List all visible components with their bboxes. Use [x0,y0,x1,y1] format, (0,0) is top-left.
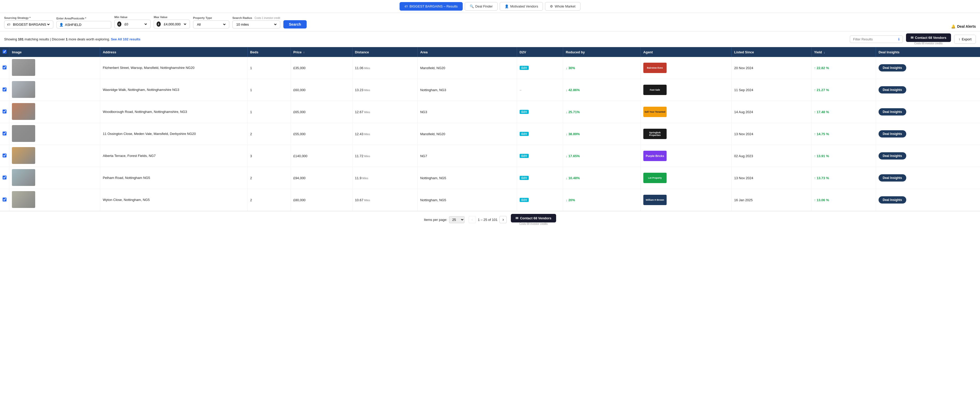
search-radius-dropdown[interactable]: 10 miles [235,22,277,27]
row-deal-insights[interactable]: Deal Insights [876,57,980,79]
contact-vendors-container: ✉ Contact 68 Vendors Costs 68 investor c… [906,34,951,45]
row-address: Alberta Terrace, Forest Fields, NG7 [100,145,247,167]
property-type-dropdown[interactable]: All [196,22,226,27]
deal-insights-button[interactable]: Deal Insights [878,174,906,182]
pagination-contact-vendors-button[interactable]: ✉ Contact 68 Vendors [511,214,556,222]
table-row: Wasnidge Walk, Nottingham, Nottinghamshi… [0,79,980,101]
sourcing-strategy-select[interactable]: 🏷 BIGGEST BARGAINS [4,21,53,29]
row-yield: ↑ 22.82 % [811,57,876,79]
row-price: £94,000 [291,167,352,189]
header-listed-since[interactable]: Listed Since [731,47,811,57]
area-postcode-input[interactable] [65,23,108,27]
row-listed-since: 13 Nov 2024 [731,123,811,145]
header-address[interactable]: Address [100,47,247,57]
row-deal-insights[interactable]: Deal Insights [876,79,980,101]
select-all-checkbox[interactable] [3,50,6,54]
deal-insights-button[interactable]: Deal Insights [878,152,906,160]
search-radius-select[interactable]: 10 miles [232,21,280,29]
row-distance: 11.06 Miles [352,57,417,79]
export-button[interactable]: ↑ Export [954,35,976,44]
deal-insights-button[interactable]: Deal Insights [878,130,906,137]
deal-alerts-button[interactable]: 🔔 Deal Alerts [951,24,976,29]
row-image-cell [9,101,100,123]
prev-page-button[interactable]: ‹ [469,216,476,223]
row-listed-since: 02 Aug 2023 [731,145,811,167]
row-checkbox[interactable] [3,153,6,157]
header-beds[interactable]: Beds [247,47,291,57]
row-checkbox[interactable] [3,65,6,69]
tab-biggest-bargains[interactable]: 🏷 BIGGEST BARGAINS – Results [399,2,463,11]
row-reduced-by: ↓ 30% [563,57,641,79]
header-d2v[interactable]: D2V [517,47,563,57]
deal-insights-button[interactable]: Deal Insights [878,64,906,72]
row-checkbox[interactable] [3,198,6,201]
row-d2v: D2V [517,167,563,189]
max-value-dropdown[interactable]: £4,000,000 [163,22,187,26]
export-label: Export [962,37,972,41]
search-button[interactable]: Search [283,20,307,29]
row-listed-since: 20 Nov 2024 [731,57,811,79]
reduced-value: ↓ 38.89% [566,132,580,136]
contact-vendors-button[interactable]: ✉ Contact 68 Vendors [906,34,951,42]
header-reduced-by[interactable]: Reduced by [563,47,641,57]
tab-whole-market[interactable]: ⚙ Whole Market [545,2,580,11]
deal-insights-button[interactable]: Deal Insights [878,86,906,94]
d2v-badge: D2V [520,110,529,114]
row-deal-insights[interactable]: Deal Insights [876,123,980,145]
d2v-badge: D2V [520,66,529,70]
max-value-select[interactable]: £ £4,000,000 [154,20,190,29]
tab-deal-finder[interactable]: 🔍 Deal Finder [465,2,498,11]
sourcing-strategy-dropdown[interactable]: BIGGEST BARGAINS [12,22,51,27]
row-checkbox-cell[interactable] [0,189,9,211]
row-checkbox[interactable] [3,110,6,113]
d2v-badge: D2V [520,198,529,202]
yield-value: ↑ 22.82 % [814,66,829,70]
table-header-row: Image Address Beds Price ↑ Distance Area… [0,47,980,57]
row-checkbox-cell[interactable] [0,123,9,145]
row-deal-insights[interactable]: Deal Insights [876,167,980,189]
deal-insights-button[interactable]: Deal Insights [878,196,906,204]
items-per-page-select[interactable]: 25 50 100 [449,216,465,223]
d2v-badge: D2V [520,176,529,180]
header-yield[interactable]: Yield ↓ [811,47,876,57]
row-deal-insights[interactable]: Deal Insights [876,145,980,167]
row-agent: Sell Your Tenanted [641,101,731,123]
header-price[interactable]: Price ↑ [291,47,352,57]
row-checkbox-cell[interactable] [0,57,9,79]
reduced-value: ↓ 25.71% [566,110,580,114]
see-all-link[interactable]: See All 102 results [111,37,140,41]
row-checkbox[interactable] [3,131,6,136]
min-value-select[interactable]: £ £0 [115,20,151,29]
min-value-dropdown[interactable]: £0 [123,22,148,26]
row-checkbox-cell[interactable] [0,101,9,123]
row-deal-insights[interactable]: Deal Insights [876,101,980,123]
tab-motivated-vendors[interactable]: 👤 Motivated Vendors [500,2,543,11]
row-d2v: – [517,79,563,101]
results-table: Image Address Beds Price ↑ Distance Area… [0,47,980,211]
row-checkbox-cell[interactable] [0,145,9,167]
row-image-cell [9,123,100,145]
row-distance: 11.72 Miles [352,145,417,167]
header-area[interactable]: Area [417,47,517,57]
table-row: 11 Ossington Close, Meden Vale, Mansfiel… [0,123,980,145]
header-distance[interactable]: Distance [352,47,417,57]
header-agent[interactable]: Agent [641,47,731,57]
row-d2v: D2V [517,189,563,211]
row-deal-insights[interactable]: Deal Insights [876,189,980,211]
row-checkbox-cell[interactable] [0,167,9,189]
next-page-button[interactable]: › [500,216,507,223]
header-image: Image [9,47,100,57]
filter-results-input[interactable] [853,37,897,41]
contact-vendors-label: Contact 68 Vendors [915,36,947,40]
items-per-page-label: Items per page: [424,218,447,222]
deal-insights-button[interactable]: Deal Insights [878,108,906,115]
header-checkbox[interactable] [0,47,9,57]
row-checkbox[interactable] [3,176,6,179]
property-type-select[interactable]: All [193,21,229,29]
property-type-label: Property Type [193,16,229,19]
row-checkbox-cell[interactable] [0,79,9,101]
area-postcode-field[interactable]: 👤 [56,21,111,29]
filter-results-box[interactable]: ℹ [850,35,903,43]
row-checkbox[interactable] [3,88,6,91]
min-value-group: Min Value £ £0 [115,16,151,29]
